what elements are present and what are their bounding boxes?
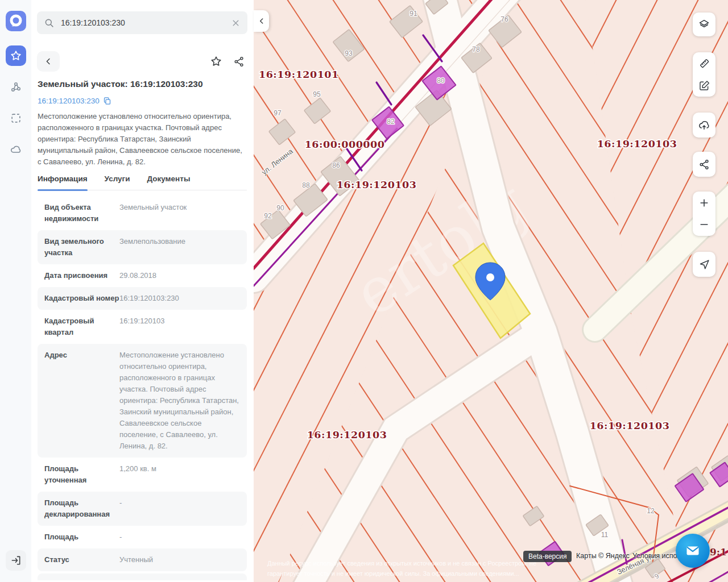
row-value: 29.08.2018 xyxy=(119,270,240,281)
row-value: 16:19:120103:230 xyxy=(119,293,240,304)
tab-information[interactable]: Информация xyxy=(38,172,88,190)
tab-services[interactable]: Услуги xyxy=(105,172,130,190)
cloud-icon xyxy=(10,143,22,156)
chevron-left-icon xyxy=(258,17,266,25)
table-row: Площадь уточненная 1,200 кв. м xyxy=(38,458,247,492)
row-label: Вид земельного участка xyxy=(44,236,119,259)
zoom-out-button[interactable] xyxy=(693,214,715,235)
chat-button[interactable] xyxy=(676,534,710,568)
navigate-icon xyxy=(698,259,710,271)
logo-icon xyxy=(6,11,26,31)
app-rail xyxy=(0,0,31,582)
cadastral-map[interactable]: ertolg xyxy=(254,0,728,582)
draw-button[interactable] xyxy=(693,74,715,96)
svg-text:90: 90 xyxy=(276,204,284,212)
search-input[interactable] xyxy=(60,18,231,28)
svg-text:78: 78 xyxy=(472,45,480,53)
row-label: Вид объекта недвижимости xyxy=(44,202,119,225)
app-logo[interactable] xyxy=(6,11,26,31)
share-icon xyxy=(233,56,245,68)
table-row: Статус Учтенный xyxy=(38,548,247,571)
row-value: - xyxy=(119,531,240,543)
sidebar-item-favorites[interactable] xyxy=(6,45,26,66)
minus-icon xyxy=(698,219,710,230)
clear-search-icon[interactable] xyxy=(231,18,241,28)
svg-text:12: 12 xyxy=(647,507,655,515)
map-disclaimer: Данный ресурс использует сведения из отк… xyxy=(267,558,677,579)
svg-text:76: 76 xyxy=(500,15,508,23)
svg-text:86: 86 xyxy=(332,161,340,169)
row-label: Кадастровый квартал xyxy=(44,315,119,338)
svg-text:91: 91 xyxy=(410,10,417,18)
svg-text:16:19:120103: 16:19:120103 xyxy=(307,429,387,440)
upload-button[interactable] xyxy=(693,113,715,138)
svg-text:80: 80 xyxy=(437,77,445,85)
tab-documents[interactable]: Документы xyxy=(147,172,191,190)
sign-in-icon xyxy=(10,555,22,566)
map-container: ertolg xyxy=(254,0,728,582)
layers-button[interactable] xyxy=(693,13,715,36)
svg-text:92: 92 xyxy=(264,212,272,220)
cloud-upload-icon xyxy=(698,119,710,131)
cadastral-number-link[interactable]: 16:19:120103:230 xyxy=(38,97,111,105)
row-value: 1,200 кв. м xyxy=(119,463,240,486)
svg-text:95: 95 xyxy=(313,90,321,98)
back-button[interactable] xyxy=(37,51,60,72)
collapse-panel-button[interactable] xyxy=(254,10,269,32)
map-share-button[interactable] xyxy=(693,152,715,177)
row-label: Дата присвоения xyxy=(44,270,119,281)
yandex-attribution[interactable]: Карты © Яндекс xyxy=(576,552,630,560)
sidebar-item-layers-graph[interactable] xyxy=(6,77,26,97)
layers-icon xyxy=(698,18,710,31)
table-row: Кадастровый квартал 16:19:120103 xyxy=(38,310,247,344)
sign-in-button[interactable] xyxy=(6,550,26,571)
svg-text:97: 97 xyxy=(274,109,282,117)
search-bar[interactable] xyxy=(37,11,247,34)
row-value: Землепользование xyxy=(119,236,240,259)
envelope-icon xyxy=(685,543,701,559)
sidebar-item-cloud[interactable] xyxy=(6,139,26,160)
object-description: Местоположение установлено относительно … xyxy=(38,111,247,168)
svg-text:11: 11 xyxy=(601,531,609,539)
row-label: Статус xyxy=(44,554,119,566)
locate-button[interactable] xyxy=(693,252,715,277)
table-row: Дата присвоения 29.08.2018 xyxy=(38,264,247,287)
zoom-panel xyxy=(693,192,715,236)
svg-text:88: 88 xyxy=(302,181,310,189)
page-title: Земельный участок: 16:19:120103:230 xyxy=(38,79,248,89)
svg-text:16:00:000000: 16:00:000000 xyxy=(305,139,385,150)
favorite-button[interactable] xyxy=(206,51,226,72)
svg-text:16:19:120103: 16:19:120103 xyxy=(597,138,677,149)
ruler-button[interactable] xyxy=(693,53,715,74)
copy-icon[interactable] xyxy=(103,97,111,105)
table-row: Площадь - xyxy=(38,526,247,548)
chevron-left-icon xyxy=(43,56,53,66)
row-value: Учтенный xyxy=(119,554,240,566)
table-row-partial xyxy=(38,573,247,580)
network-icon xyxy=(10,81,22,93)
sidebar-item-select-area[interactable] xyxy=(6,108,26,128)
row-value: - xyxy=(119,497,240,520)
cadastral-number-text: 16:19:120103:230 xyxy=(38,97,100,105)
share-button[interactable] xyxy=(229,51,249,72)
ruler-icon xyxy=(698,57,710,69)
beta-badge: Beta-версия xyxy=(523,551,572,562)
row-label: Площадь xyxy=(44,531,119,543)
svg-text:93: 93 xyxy=(345,49,353,57)
svg-text:16:19:120101: 16:19:120101 xyxy=(259,69,339,80)
row-label: Кадастровый номер xyxy=(44,293,119,304)
row-label: Адрес xyxy=(44,350,119,452)
table-row: Вид земельного участка Землепользование xyxy=(38,230,247,264)
star-icon xyxy=(210,55,222,68)
row-value: Местоположение установлено относительно … xyxy=(119,350,240,452)
zoom-in-button[interactable] xyxy=(693,192,715,214)
measure-draw-panel xyxy=(693,52,715,97)
svg-text:82: 82 xyxy=(387,118,395,126)
table-row: Площадь декларированная - xyxy=(38,492,247,526)
partial-quarter-label: 9:1 xyxy=(710,546,727,558)
select-area-icon xyxy=(10,112,22,124)
row-value: Земельный участок xyxy=(119,202,240,225)
panel-header xyxy=(37,51,247,72)
tab-bar: Информация Услуги Документы xyxy=(38,172,247,190)
share-icon xyxy=(698,159,710,171)
